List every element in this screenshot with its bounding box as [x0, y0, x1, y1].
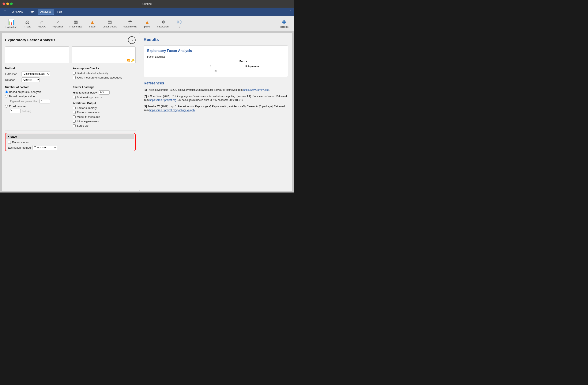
menu-item-variables[interactable]: Variables [9, 9, 25, 15]
rotation-select[interactable]: Oblimin Varimax Quartimax Promax Simplim… [21, 78, 40, 82]
fixed-row: Fixed number [5, 105, 68, 108]
jpower-icon: ▲ [145, 20, 149, 25]
toolbar-r[interactable]: Ⓡ R [173, 18, 186, 29]
bartlett-row: Bartlett's test of sphericity [73, 72, 136, 75]
kmo-checkbox[interactable] [73, 76, 76, 79]
factor-correlations-checkbox[interactable] [73, 111, 76, 114]
estimation-label: Estimation method [8, 146, 31, 149]
factor-footnote: [3] [147, 69, 285, 73]
toolbar-factor[interactable]: ▲ Factor [86, 19, 99, 29]
sort-loadings-checkbox[interactable] [73, 96, 76, 99]
toolbar-snowlatent[interactable]: ❄ snowLatent [155, 19, 171, 29]
hide-loadings-input[interactable] [99, 90, 110, 95]
more-options-icon[interactable]: ⋮ [289, 10, 292, 14]
factor-scores-checkbox[interactable] [8, 141, 11, 144]
factor-label: Factor [89, 25, 96, 28]
toolbar-anova[interactable]: ⟈ ANOVA [35, 19, 48, 29]
ref-3-suffix: . [195, 109, 196, 112]
layout-icon[interactable]: ⊞ [285, 10, 287, 14]
menu-item-data[interactable]: Data [26, 9, 37, 15]
snowlatent-icon: ❄ [161, 20, 165, 25]
variable-boxes: 📶 🔑 [5, 46, 136, 63]
toolbar: 📊 Exploration ⚖ T-Tests ⟈ ANOVA ⟋ Regres… [0, 16, 294, 31]
hide-loadings-row: Hide loadings below [73, 90, 136, 95]
parallel-radio[interactable] [5, 91, 8, 93]
modules-label: Modules [280, 25, 289, 28]
kmo-label: KMO measure of sampling adequacy [77, 76, 122, 79]
hamburger-menu-icon[interactable]: ☰ [2, 9, 8, 15]
submit-arrow-button[interactable]: → [128, 36, 136, 44]
factor-correlations-label: Factor correlations [77, 111, 100, 114]
extraction-select[interactable]: Minimum residuals Maximum likelihood Pri… [21, 72, 50, 76]
close-button[interactable] [2, 2, 5, 5]
bar-chart-icon: 📶 [126, 59, 130, 62]
factor-summary-checkbox[interactable] [73, 107, 76, 109]
model-fit-checkbox[interactable] [73, 116, 76, 118]
rotation-label: Rotation [5, 78, 20, 81]
regression-icon: ⟋ [55, 20, 60, 25]
toolbar-t-tests[interactable]: ⚖ T-Tests [21, 19, 34, 29]
initial-eigenvalues-checkbox[interactable] [73, 120, 76, 123]
panel-title: Exploratory Factor Analysis → [5, 36, 136, 44]
key-icon: 🔑 [131, 59, 135, 62]
eigenvalue-sub-row: Eigenvalues greater than [10, 99, 68, 103]
scree-plot-checkbox[interactable] [73, 124, 76, 127]
factor-correlations-row: Factor correlations [73, 111, 136, 114]
maximize-button[interactable] [10, 2, 13, 5]
extraction-row: Extraction Minimum residuals Maximum lik… [5, 72, 68, 76]
model-fit-row: Model fit measures [73, 115, 136, 118]
anova-icon: ⟈ [40, 20, 43, 25]
fixed-label: Fixed number [9, 105, 26, 108]
method-section: Method Extraction Minimum residuals Maxi… [5, 67, 68, 83]
uniqueness-header: Uniqueness [220, 64, 285, 69]
menu-item-analyses[interactable]: Analyses [38, 9, 54, 15]
fixed-suffix-label: factor(s) [22, 110, 31, 113]
factor-col-header: Factor [202, 59, 285, 64]
toolbar-regression[interactable]: ⟋ Regression [50, 19, 66, 29]
right-panel: Results Exploratory Factor Analysis Fact… [139, 33, 292, 191]
ref-1-link[interactable]: https://www.jamovi.org [243, 88, 269, 91]
assumption-title: Assumption Checks [73, 67, 136, 70]
ref-2-link[interactable]: https://cran.r-project.org [149, 99, 176, 101]
toolbar-frequencies[interactable]: ▦ Frequencies [67, 19, 84, 29]
variable-box-icons: 📶 🔑 [126, 59, 135, 62]
toolbar-modules[interactable]: ✚ Modules [277, 18, 291, 29]
hide-loadings-label: Hide loadings below [73, 91, 97, 94]
ref-item-3: [3] Revelle, W. (2019). psych: Procedure… [144, 104, 288, 112]
eigenvalue-input[interactable] [40, 99, 50, 103]
red-annotation-box: ▾ Save Factor scores Estimation method T… [5, 133, 136, 151]
sort-loadings-label: Sort loadings by size [77, 96, 102, 99]
estimation-select[interactable]: Thurstone Bartlett Anderson-Rubin [33, 145, 57, 150]
fixed-number-input[interactable] [10, 109, 21, 113]
ref-2-suffix: . (R packages retrieved from MRAN snapsh… [177, 99, 243, 101]
minimize-button[interactable] [6, 2, 9, 5]
toolbar-linear-models[interactable]: ▤ Linear Models [100, 19, 119, 29]
frequencies-icon: ▦ [74, 20, 78, 25]
extraction-label: Extraction [5, 72, 20, 76]
factor-scores-label: Factor scores [12, 141, 29, 144]
toolbar-exploration[interactable]: 📊 Exploration [3, 18, 19, 29]
window-controls[interactable] [2, 2, 13, 5]
variable-box-right[interactable]: 📶 🔑 [72, 46, 136, 63]
factor-icon: ▲ [90, 20, 95, 25]
model-fit-label: Model fit measures [77, 115, 100, 118]
save-label: Save [10, 135, 17, 138]
ref-2-num: [2] [144, 95, 147, 98]
eigenvalue-radio[interactable] [5, 95, 8, 98]
fl-title: Factor Loadings [73, 85, 136, 89]
menu-item-edit[interactable]: Edit [55, 9, 64, 15]
regression-label: Regression [52, 25, 63, 28]
bartlett-checkbox[interactable] [73, 72, 76, 75]
save-section: ▾ Save Factor scores Estimation method T… [5, 130, 136, 151]
variable-box-left[interactable] [5, 46, 69, 63]
fixed-radio[interactable] [5, 105, 8, 108]
ref-1-num: [1] [144, 88, 147, 91]
ref-3-link[interactable]: https://cran.r-project.org/package=psych [149, 109, 194, 112]
save-header[interactable]: ▾ Save [6, 134, 134, 139]
anova-label: ANOVA [38, 25, 46, 28]
eigenvalue-row: Based on eigenvalue [5, 95, 68, 98]
window-title: Untitled [142, 2, 152, 5]
toolbar-metaumbrella[interactable]: ☂ metaumbrella [121, 19, 139, 29]
ref-1-suffix: . [269, 88, 270, 91]
toolbar-jpower[interactable]: ▲ jpower [141, 19, 154, 29]
